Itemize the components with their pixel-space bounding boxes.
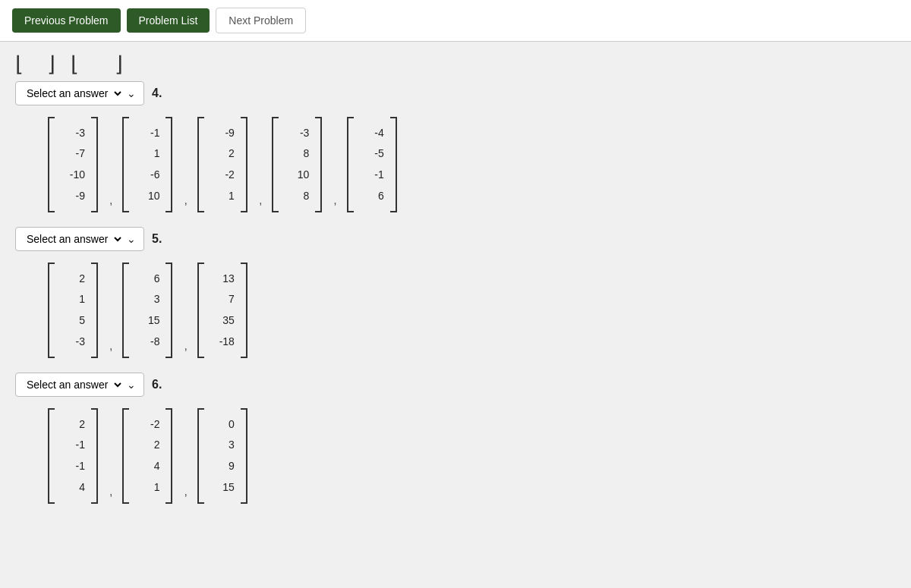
- matrix-cell: 3: [137, 292, 159, 307]
- matrix-cell: -10: [62, 168, 85, 183]
- matrix-cell: -5: [361, 146, 384, 162]
- matrix-cell: 0: [212, 417, 235, 432]
- matrix-cell: 2: [62, 417, 85, 432]
- next-problem-button[interactable]: Next Problem: [216, 8, 306, 33]
- chevron-down-icon: ⌄: [127, 233, 136, 245]
- matrix: 03915: [195, 407, 251, 505]
- matrix: 2-1-14: [46, 407, 102, 505]
- answer-row-6: Select an answer ⌄ 6.: [15, 373, 896, 397]
- matrix-cell: 6: [137, 272, 159, 287]
- matrix-cell: 4: [62, 480, 85, 495]
- answer-select-5[interactable]: Select an answer: [24, 232, 124, 246]
- answer-row-5: Select an answer ⌄ 5.: [15, 227, 896, 251]
- matrix-cell: -18: [212, 335, 235, 350]
- matrix-cell: -1: [137, 126, 159, 141]
- chevron-down-icon: ⌄: [127, 87, 136, 99]
- matrix: -4-5-16: [345, 116, 401, 213]
- matrix-comma: ,: [109, 339, 112, 359]
- matrix-cell: -2: [137, 417, 159, 432]
- matrix-group-6: 2-1-14 , -2241 , 03915: [15, 407, 896, 505]
- matrix-cell: 7: [212, 292, 235, 307]
- matrix: -2241: [120, 407, 176, 505]
- answer-select-4[interactable]: Select an answer: [24, 86, 124, 100]
- partial-bracket-2: ⌊ ⌋: [71, 54, 123, 75]
- problem-number-6: 6.: [152, 378, 162, 391]
- matrix-cell: -4: [361, 126, 384, 141]
- matrix: 6315-8: [120, 262, 176, 359]
- matrix-comma: ,: [109, 485, 112, 505]
- matrix-cell: -6: [137, 168, 159, 183]
- matrix-cell: 1: [62, 292, 85, 307]
- matrix-cell: 2: [137, 438, 159, 453]
- matrix-cell: 3: [212, 438, 235, 453]
- select-answer-4[interactable]: Select an answer ⌄: [15, 81, 144, 105]
- answer-select-6[interactable]: Select an answer: [24, 378, 124, 391]
- matrix-cell: 1: [137, 480, 159, 495]
- matrix-comma: ,: [184, 485, 187, 505]
- matrix-cell: 9: [212, 459, 235, 474]
- problem-number-5: 5.: [152, 232, 162, 246]
- matrix: -3-7-10-9: [46, 116, 102, 213]
- matrix-cell: 15: [137, 313, 159, 329]
- matrix-cell: -2: [212, 168, 235, 183]
- matrix: -38108: [270, 116, 326, 213]
- content-area: ⌊ ⌋ ⌊ ⌋ Select an answer ⌄ 4. -3-7-10-9 …: [0, 42, 911, 541]
- matrix-comma: ,: [184, 339, 187, 359]
- partial-matrix-row: ⌊ ⌋ ⌊ ⌋: [15, 49, 896, 75]
- matrix-cell: 4: [137, 459, 159, 474]
- matrix-cell: -7: [62, 146, 85, 162]
- matrix-cell: -9: [62, 189, 85, 204]
- problem-list-button[interactable]: Problem List: [127, 8, 210, 33]
- select-answer-5[interactable]: Select an answer ⌄: [15, 227, 144, 251]
- matrix-cell: -8: [137, 335, 159, 350]
- matrix-cell: 10: [137, 189, 159, 204]
- matrix-cell: 2: [212, 146, 235, 162]
- matrix-cell: -9: [212, 126, 235, 141]
- top-bar: Previous Problem Problem List Next Probl…: [0, 0, 911, 42]
- matrix-cell: 1: [137, 146, 159, 162]
- matrix-group-5: 215-3 , 6315-8 , 13735-18: [15, 262, 896, 359]
- matrix-comma: ,: [184, 193, 187, 213]
- matrix-cell: 1: [212, 189, 235, 204]
- matrix-cell: -1: [62, 459, 85, 474]
- matrix: 215-3: [46, 262, 102, 359]
- matrix-cell: 8: [286, 146, 309, 162]
- matrix-cell: -3: [286, 126, 309, 141]
- matrix-cell: 8: [286, 189, 309, 204]
- matrix-cell: -3: [62, 126, 85, 141]
- problem-number-4: 4.: [152, 86, 162, 100]
- select-answer-6[interactable]: Select an answer ⌄: [15, 373, 144, 397]
- matrix-comma: ,: [109, 193, 112, 213]
- matrix: -11-610: [120, 116, 176, 213]
- matrix-cell: 10: [286, 168, 309, 183]
- partial-bracket-1: ⌊ ⌋: [15, 54, 55, 75]
- matrix-cell: 15: [212, 480, 235, 495]
- matrix-comma: ,: [259, 193, 262, 213]
- matrix-cell: -1: [361, 168, 384, 183]
- matrix-cell: 35: [212, 313, 235, 329]
- matrix-cell: -3: [62, 335, 85, 350]
- matrix-cell: 6: [361, 189, 384, 204]
- prev-problem-button[interactable]: Previous Problem: [12, 8, 121, 33]
- matrix-cell: -1: [62, 438, 85, 453]
- matrix-cell: 13: [212, 272, 235, 287]
- matrix-cell: 5: [62, 313, 85, 329]
- matrix: 13735-18: [195, 262, 251, 359]
- chevron-down-icon: ⌄: [127, 379, 136, 391]
- matrix: -92-21: [195, 116, 251, 213]
- matrix-group-4: -3-7-10-9 , -11-610 , -92-21 , -38108 , …: [15, 116, 896, 213]
- matrix-cell: 2: [62, 272, 85, 287]
- matrix-comma: ,: [333, 193, 336, 213]
- answer-row-4: Select an answer ⌄ 4.: [15, 81, 896, 105]
